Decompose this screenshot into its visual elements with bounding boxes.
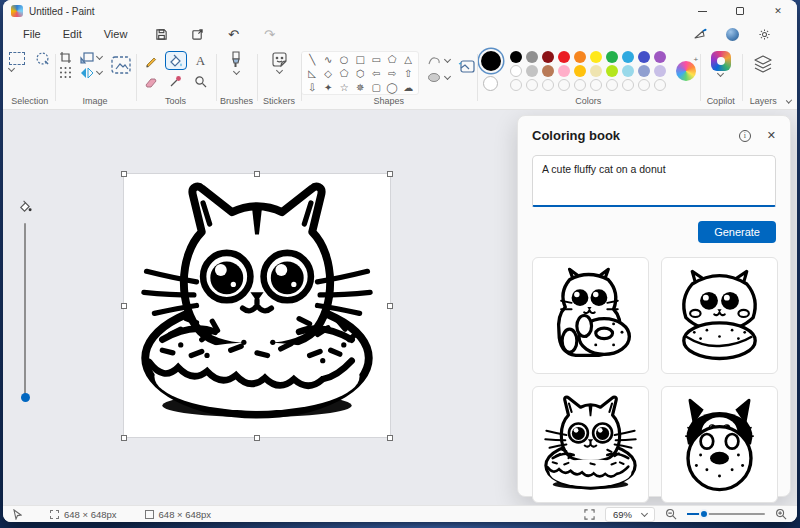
zoom-out-icon[interactable] <box>665 508 677 520</box>
selection-handle-s[interactable] <box>254 435 260 441</box>
shape-option-1-4[interactable]: ⇦ <box>369 67 383 81</box>
image-creator-icon[interactable] <box>458 59 476 74</box>
shape-option-1-3[interactable]: ⬡ <box>353 67 367 81</box>
zoom-slider-thumb[interactable] <box>699 509 709 519</box>
slider-track[interactable] <box>24 223 26 395</box>
slider-thumb[interactable] <box>21 393 30 402</box>
minimize-button[interactable] <box>683 0 721 22</box>
free-select-icon[interactable] <box>35 51 50 66</box>
empty-color-slot[interactable] <box>526 79 538 91</box>
color-swatch[interactable] <box>526 51 538 63</box>
text-tool-icon[interactable]: A <box>190 51 212 70</box>
color-swatch[interactable] <box>510 65 522 77</box>
zoom-slider[interactable] <box>687 513 765 515</box>
resize-icon[interactable] <box>80 52 102 64</box>
selection-handle-se[interactable] <box>387 435 393 441</box>
selection-handle-w[interactable] <box>121 303 127 309</box>
selection-dropdown-chevron[interactable] <box>8 65 15 72</box>
result-thumbnail-3[interactable] <box>532 386 649 503</box>
flip-icon[interactable] <box>80 67 102 79</box>
drawing-canvas[interactable] <box>124 174 390 437</box>
fill-tool-icon[interactable] <box>165 51 187 70</box>
shape-option-0-2[interactable]: ○ <box>337 53 351 67</box>
color-swatch[interactable] <box>622 65 634 77</box>
maximize-button[interactable] <box>721 0 759 22</box>
shape-option-2-5[interactable]: ◯ <box>385 81 399 95</box>
color-swatch[interactable] <box>654 65 666 77</box>
close-button[interactable]: ✕ <box>759 0 797 22</box>
shape-option-2-6[interactable]: ☁ <box>401 81 415 95</box>
brushes-dropdown-chevron[interactable] <box>233 68 240 75</box>
color-swatch[interactable] <box>574 51 586 63</box>
color-swatch[interactable] <box>622 51 634 63</box>
shape-option-0-6[interactable]: △ <box>401 53 415 67</box>
color-swatch[interactable] <box>590 51 602 63</box>
copilot-dropdown-chevron[interactable] <box>717 70 724 77</box>
shape-option-1-1[interactable]: ◇ <box>321 67 335 81</box>
shape-option-0-0[interactable]: ╲ <box>305 53 319 67</box>
empty-color-slot[interactable] <box>606 79 618 91</box>
generate-button[interactable]: Generate <box>698 221 776 243</box>
account-avatar[interactable] <box>723 26 741 42</box>
color-swatch[interactable] <box>590 65 602 77</box>
shape-option-0-1[interactable]: ∿ <box>321 53 335 67</box>
empty-color-slot[interactable] <box>638 79 650 91</box>
result-thumbnail-2[interactable] <box>661 257 778 374</box>
color-swatch[interactable] <box>558 51 570 63</box>
menu-file[interactable]: File <box>13 26 51 42</box>
color-swatch[interactable] <box>542 51 554 63</box>
color-picker-icon[interactable] <box>165 72 187 91</box>
sticker-icon[interactable] <box>271 51 288 68</box>
color-swatch[interactable] <box>526 65 538 77</box>
magnifier-icon[interactable] <box>190 72 212 91</box>
primary-color-swatch[interactable] <box>481 51 501 71</box>
eraser-icon[interactable] <box>140 72 162 91</box>
feedback-icon[interactable] <box>691 26 709 42</box>
empty-color-slot[interactable] <box>542 79 554 91</box>
color-swatch[interactable] <box>510 51 522 63</box>
shape-option-1-6[interactable]: ⇧ <box>401 67 415 81</box>
shape-option-1-2[interactable]: ⬠ <box>337 67 351 81</box>
result-thumbnail-1[interactable] <box>532 257 649 374</box>
stickers-dropdown-chevron[interactable] <box>275 67 282 74</box>
color-swatch[interactable] <box>542 65 554 77</box>
result-thumbnail-4[interactable] <box>661 386 778 503</box>
panel-close-icon[interactable]: ✕ <box>767 129 776 142</box>
menu-edit[interactable]: Edit <box>53 26 92 42</box>
zoom-in-icon[interactable] <box>775 508 787 520</box>
empty-color-slot[interactable] <box>590 79 602 91</box>
color-swatch[interactable] <box>606 51 618 63</box>
prompt-input[interactable]: A cute fluffy cat on a donut <box>532 155 776 207</box>
secondary-color-swatch[interactable] <box>483 76 498 91</box>
undo-icon[interactable]: ↶ <box>221 25 245 43</box>
menu-view[interactable]: View <box>94 26 138 42</box>
selection-handle-e[interactable] <box>387 303 393 309</box>
copilot-icon[interactable] <box>711 51 731 71</box>
shape-option-2-3[interactable]: ✵ <box>353 81 367 95</box>
shape-fill-dropdown[interactable] <box>427 72 450 83</box>
empty-color-slot[interactable] <box>654 79 666 91</box>
fit-to-screen-icon[interactable] <box>584 509 595 520</box>
shape-option-1-5[interactable]: ⇨ <box>385 67 399 81</box>
edit-colors-wheel-icon[interactable] <box>676 61 696 81</box>
rect-select-icon[interactable] <box>9 52 25 65</box>
shape-option-2-4[interactable]: ▢ <box>369 81 383 95</box>
color-swatch[interactable] <box>638 51 650 63</box>
selection-handle-ne[interactable] <box>387 171 393 177</box>
selection-handle-n[interactable] <box>254 171 260 177</box>
tool-size-slider[interactable] <box>15 200 35 410</box>
shape-option-2-0[interactable]: ⇩ <box>305 81 319 95</box>
shape-outline-dropdown[interactable] <box>427 55 450 66</box>
ribbon-collapse-chevron[interactable] <box>786 97 792 103</box>
pencil-icon[interactable] <box>140 51 162 70</box>
color-swatch[interactable] <box>638 65 650 77</box>
zoom-level-dropdown[interactable]: 69% <box>605 507 655 522</box>
settings-gear-icon[interactable] <box>755 26 773 42</box>
color-swatch[interactable] <box>574 65 586 77</box>
selection-handle-nw[interactable] <box>121 171 127 177</box>
color-swatch[interactable] <box>558 65 570 77</box>
crop-icon[interactable] <box>59 51 72 64</box>
shape-option-2-2[interactable]: ☆ <box>337 81 351 95</box>
invert-selection-icon[interactable] <box>59 66 72 79</box>
shape-option-0-3[interactable]: □ <box>353 53 367 67</box>
